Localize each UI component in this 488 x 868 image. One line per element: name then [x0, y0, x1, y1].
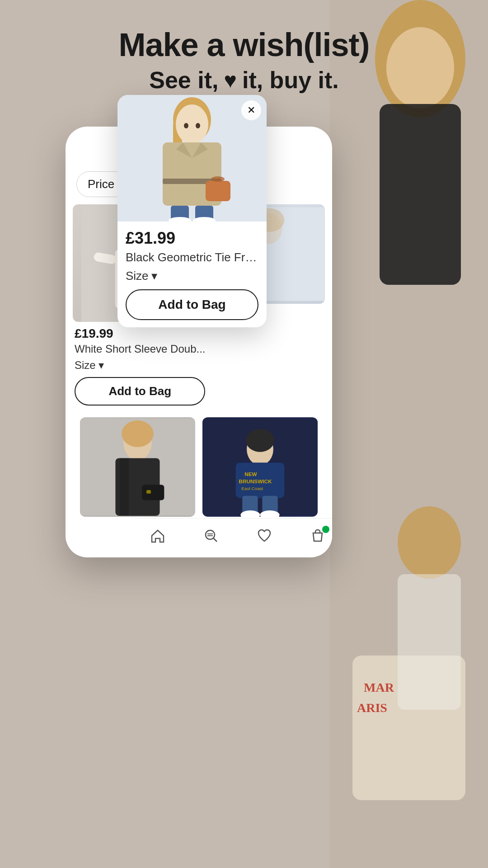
add-to-bag-btn-1[interactable]: Add to Bag — [75, 377, 205, 406]
product-info-1: £19.99 White Short Sleeve Doub... Size ▾… — [73, 322, 207, 410]
svg-point-70 — [211, 176, 225, 182]
subtitle-before: See it, — [149, 66, 218, 94]
nav-bag[interactable] — [310, 528, 326, 544]
bag-badge — [322, 526, 329, 533]
svg-text:ARIS: ARIS — [357, 701, 387, 715]
svg-point-31 — [122, 420, 154, 447]
svg-line-48 — [213, 538, 217, 542]
nav-search[interactable] — [203, 528, 219, 544]
hero-subtitle: See it, ♥ it, buy it. — [0, 66, 488, 94]
popup-add-to-bag-button[interactable]: Add to Bag — [126, 289, 258, 320]
nav-wishlist[interactable] — [256, 528, 272, 544]
product-card-3 — [73, 417, 199, 517]
popup-name: Black Geometric Tie Fro... — [126, 250, 258, 264]
product-price-1: £19.99 — [75, 326, 205, 341]
svg-text:East Coast: East Coast — [241, 486, 263, 491]
svg-point-38 — [246, 429, 274, 452]
size-label-1: Size — [75, 359, 96, 372]
search-icon — [203, 528, 219, 544]
product-card-4: NEW BRUNSWICK East Coast — [199, 417, 325, 517]
svg-text:NEW: NEW — [244, 471, 257, 477]
subtitle-after: it, buy it. — [242, 66, 339, 94]
heart-icon — [256, 528, 272, 544]
svg-point-59 — [184, 123, 188, 128]
product-image-4: NEW BRUNSWICK East Coast — [202, 417, 318, 517]
svg-rect-3 — [380, 104, 461, 285]
svg-text:MAR: MAR — [364, 680, 394, 694]
popup-size-selector[interactable]: Size ▾ — [126, 269, 157, 283]
close-icon: ✕ — [247, 104, 255, 116]
svg-point-60 — [196, 123, 200, 128]
bottom-row: NEW BRUNSWICK East Coast — [66, 417, 332, 517]
popup-close-button[interactable]: ✕ — [241, 100, 261, 120]
svg-rect-34 — [142, 485, 164, 500]
svg-point-7 — [398, 506, 461, 579]
svg-rect-8 — [398, 574, 461, 710]
popup-info: £31.99 Black Geometric Tie Fro... Size ▾… — [117, 222, 267, 327]
nav-home[interactable] — [150, 528, 166, 544]
svg-rect-33 — [120, 458, 129, 516]
product-popup: ✕ — [117, 95, 267, 327]
svg-point-58 — [176, 104, 208, 144]
home-icon — [150, 528, 166, 544]
popup-size-chevron: ▾ — [151, 269, 157, 283]
svg-text:BRUNSWICK: BRUNSWICK — [239, 478, 272, 484]
product-image-3 — [80, 417, 195, 517]
size-chevron-1: ▾ — [99, 359, 104, 372]
svg-rect-69 — [206, 181, 230, 201]
product-name-1: White Short Sleeve Doub... — [75, 343, 205, 355]
svg-rect-35 — [146, 490, 151, 494]
bottom-navigation: ! — [131, 518, 332, 557]
popup-size-label: Size — [126, 269, 149, 283]
popup-price: £31.99 — [126, 229, 258, 248]
background-decoration: MAR ARIS — [330, 0, 488, 868]
heart-decoration: ♥ — [224, 68, 237, 93]
hero-title: Make a wish(list) — [0, 27, 488, 63]
size-selector-1[interactable]: Size ▾ — [75, 359, 104, 372]
